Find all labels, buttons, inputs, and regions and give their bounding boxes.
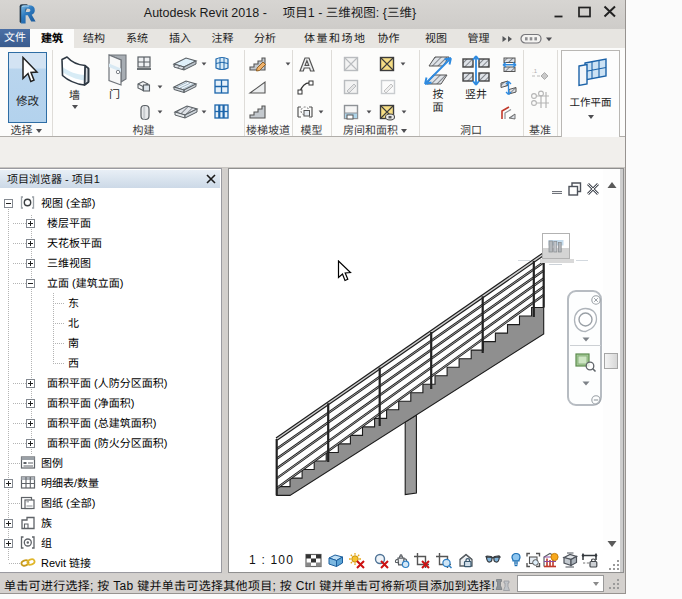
- model-line-icon[interactable]: [297, 79, 315, 96]
- tree-row[interactable]: 北: [0, 313, 220, 333]
- chevron-double-right-icon[interactable]: [501, 35, 515, 44]
- tab-2[interactable]: 系统: [115, 29, 159, 48]
- area-boundary-icon[interactable]: [380, 79, 396, 95]
- tab-8[interactable]: 视图: [414, 29, 458, 48]
- tab-4[interactable]: 注释: [201, 29, 245, 48]
- tab-0[interactable]: 建筑: [30, 29, 74, 48]
- tree-row[interactable]: 东: [0, 293, 220, 313]
- steering-wheel-icon[interactable]: [573, 307, 598, 333]
- component-icon[interactable]: [135, 79, 152, 96]
- tree-row[interactable]: 南: [0, 333, 220, 353]
- wall-opening-icon[interactable]: [502, 57, 518, 73]
- tree-row[interactable]: 三维视图: [0, 253, 220, 273]
- tree-expand-plus[interactable]: [4, 519, 13, 528]
- tree-row[interactable]: 面积平面 (防火分区面积): [0, 433, 220, 453]
- curtain-system-icon[interactable]: [213, 55, 231, 73]
- canvas-vscrollbar[interactable]: [603, 169, 621, 550]
- opening-by-face-button[interactable]: 按 面: [423, 50, 453, 114]
- tree-item-label[interactable]: 面积平面 (人防分区面积): [47, 376, 167, 390]
- tree-item-label[interactable]: 北: [68, 316, 79, 330]
- tab-1[interactable]: 结构: [72, 29, 116, 48]
- tree-item-label[interactable]: 东: [68, 296, 79, 310]
- tree-row[interactable]: 视图 (全部): [0, 193, 220, 213]
- column-icon[interactable]: [138, 104, 152, 121]
- tree-expand-plus[interactable]: [26, 219, 35, 228]
- vertical-opening-icon[interactable]: [500, 80, 517, 96]
- ramp-icon[interactable]: [248, 79, 267, 96]
- tree-row[interactable]: 面积平面 (净面积): [0, 393, 220, 413]
- selection-dropdown[interactable]: [517, 575, 604, 592]
- stair-sketch-icon[interactable]: [248, 104, 267, 121]
- minimize-button[interactable]: [550, 4, 567, 19]
- workplane-panel[interactable]: 工作平面: [561, 50, 620, 141]
- dormer-icon[interactable]: [500, 105, 517, 121]
- component-preview-button[interactable]: [542, 233, 570, 260]
- panel-label-room-area[interactable]: 房间和面积: [331, 123, 419, 138]
- panel-label-datum[interactable]: 基准: [523, 123, 557, 138]
- tab-7[interactable]: 协作: [367, 29, 411, 48]
- shaft-button[interactable]: 竖井: [455, 50, 497, 101]
- zoom-region-icon[interactable]: [575, 353, 597, 373]
- floor-icon[interactable]: [173, 104, 199, 121]
- tree-item-label[interactable]: 图纸 (全部): [41, 496, 95, 510]
- tree-row[interactable]: 族: [0, 513, 220, 533]
- tree-row[interactable]: 楼层平面: [0, 213, 220, 233]
- tree-row[interactable]: 明细表/数量: [0, 473, 220, 493]
- tree-row[interactable]: 面积平面 (人防分区面积): [0, 373, 220, 393]
- tree-row[interactable]: Revit 链接: [0, 553, 220, 573]
- model-group-icon[interactable]: [296, 104, 314, 121]
- panel-label-build[interactable]: 构建: [96, 123, 191, 138]
- tree-row[interactable]: 图例: [0, 453, 220, 473]
- tree-row[interactable]: 组: [0, 533, 220, 553]
- crop-view-icon[interactable]: [413, 552, 430, 569]
- tab-5[interactable]: 分析: [243, 29, 287, 48]
- tag-room-icon[interactable]: [343, 104, 359, 121]
- tree-item-label[interactable]: 立面 (建筑立面): [47, 276, 123, 290]
- tree-item-label[interactable]: 天花板平面: [47, 236, 102, 250]
- tree-item-label[interactable]: 面积平面 (总建筑面积): [47, 416, 156, 430]
- tree-item-label[interactable]: 面积平面 (净面积): [47, 396, 134, 410]
- room-separator-icon[interactable]: [343, 79, 359, 95]
- navbar-zoom-menu-icon[interactable]: [582, 381, 590, 386]
- project-browser-title[interactable]: 项目浏览器 - 项目1: [0, 170, 220, 188]
- tree-item-label[interactable]: 面积平面 (防火分区面积): [47, 436, 167, 450]
- selection-filter-icon[interactable]: [494, 577, 513, 592]
- navbar-close-icon[interactable]: [591, 295, 601, 305]
- view-scale[interactable]: 1 : 100: [249, 553, 294, 567]
- tree-item-label[interactable]: 组: [41, 536, 52, 550]
- project-browser-close-icon[interactable]: [205, 173, 217, 185]
- maximize-button[interactable]: [576, 4, 593, 19]
- navbar-collapse-icon[interactable]: [591, 395, 601, 405]
- tree-item-label[interactable]: 图例: [41, 456, 63, 470]
- curtain-grid-icon[interactable]: [213, 78, 231, 96]
- door-button[interactable]: 门: [95, 50, 134, 101]
- crop-region-icon[interactable]: [435, 552, 452, 569]
- room-icon[interactable]: [343, 56, 359, 72]
- tree-expand-plus[interactable]: [26, 259, 35, 268]
- temp-view-properties-icon[interactable]: [525, 552, 542, 569]
- wall-button[interactable]: 墙: [53, 50, 96, 109]
- sun-path-icon[interactable]: [348, 552, 365, 569]
- render-icon[interactable]: [393, 552, 410, 569]
- tree-item-label[interactable]: 族: [41, 516, 52, 530]
- area-icon[interactable]: [379, 56, 395, 72]
- tree-expand-minus[interactable]: [26, 279, 35, 288]
- grid-icon[interactable]: [530, 90, 550, 109]
- panel-label-model[interactable]: 模型: [292, 123, 331, 138]
- tree-row[interactable]: 立面 (建筑立面): [0, 273, 220, 293]
- locked-3d-icon[interactable]: [458, 552, 475, 569]
- panel-label-opening[interactable]: 洞口: [423, 123, 519, 138]
- tree-row[interactable]: 图纸 (全部): [0, 493, 220, 513]
- window-icon[interactable]: [136, 56, 153, 73]
- tree-expand-plus[interactable]: [26, 439, 35, 448]
- view-restore-icon[interactable]: [569, 183, 581, 195]
- ceiling-icon[interactable]: [172, 79, 198, 96]
- panel-label-select[interactable]: 选择: [2, 123, 50, 138]
- tree-item-label[interactable]: 明细表/数量: [41, 476, 99, 490]
- tree-expand-plus[interactable]: [4, 539, 13, 548]
- analytical-model-icon[interactable]: [542, 552, 559, 569]
- tag-area-icon[interactable]: [379, 104, 395, 121]
- tree-expand-plus[interactable]: [26, 239, 35, 248]
- navbar-wheel-menu-icon[interactable]: [582, 337, 590, 342]
- tree-row[interactable]: 天花板平面: [0, 233, 220, 253]
